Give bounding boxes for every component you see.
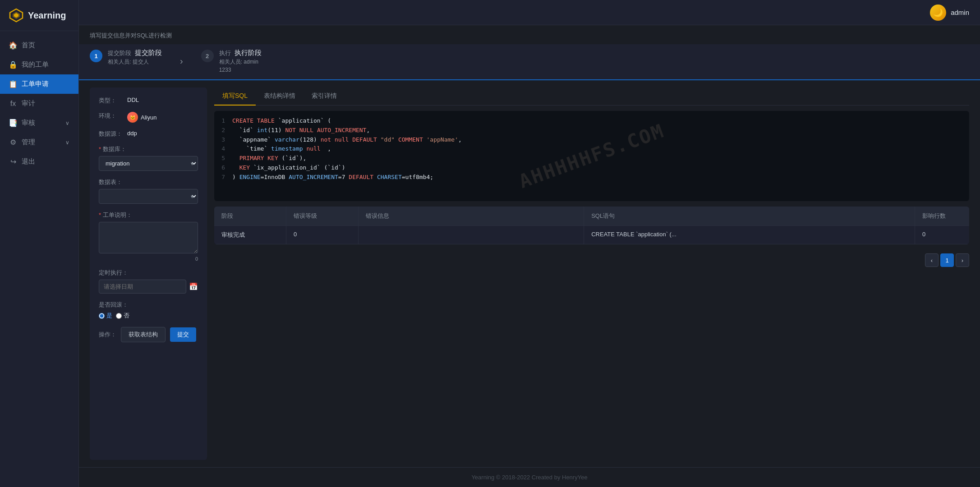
schedule-label: 定时执行：: [99, 269, 198, 277]
submit-button[interactable]: 提交: [170, 327, 196, 342]
get-structure-button[interactable]: 获取表结构: [121, 327, 166, 342]
right-panel: 填写SQL表结构详情索引详情 AHHHHHFS.COM 1 CREATE TAB…: [214, 87, 969, 460]
nav-icon-review: 📑: [9, 119, 17, 127]
nav: 🏠 首页 🔒 我的工单 📋 工单申请 fx 审计 📑 审核 ∨ ⚙ 管理 ∨ ↪…: [0, 31, 78, 487]
rollback-group: 是否回滚： 是 否: [99, 301, 198, 320]
line-code-4: `time` timestamp null ,: [232, 144, 969, 154]
nav-label-my-tasks: 我的工单: [22, 60, 49, 69]
prev-page-button[interactable]: ‹: [925, 253, 939, 267]
step-1-title: 提交阶段: [135, 49, 162, 57]
th-rows: 影响行数: [915, 207, 969, 225]
left-panel: 类型： DDL 环境： 🐱 Aliyun 数据源： ddp: [90, 87, 207, 460]
line-num-4: 4: [214, 144, 232, 154]
sidebar-item-manage[interactable]: ⚙ 管理 ∨: [0, 133, 78, 152]
tab-write-sql[interactable]: 填写SQL: [214, 87, 256, 106]
sidebar-item-my-tasks[interactable]: 🔒 我的工单: [0, 55, 78, 74]
tab-index-detail[interactable]: 索引详情: [304, 87, 345, 106]
page-header: 填写提交信息并对SQL进行检测: [79, 25, 980, 44]
char-count: 0: [99, 256, 198, 262]
table-label: 数据表：: [99, 178, 198, 186]
step-2: 2 执行 执行阶段 相关人员: admin 1233: [201, 49, 262, 73]
th-stage: 阶段: [214, 207, 286, 225]
nav-label-home: 首页: [22, 41, 35, 50]
sidebar-item-logout[interactable]: ↪ 退出: [0, 152, 78, 171]
rollback-no-label[interactable]: 否: [116, 312, 129, 320]
pagination: ‹ 1 ›: [214, 250, 969, 271]
datasource-field: 数据源： ddp: [99, 130, 198, 138]
line-num-5: 5: [214, 154, 232, 163]
td-rows-0: 0: [915, 226, 969, 244]
database-label: 数据库：: [99, 145, 198, 153]
rollback-label: 是否回滚：: [99, 301, 198, 309]
step-1-circle: 1: [90, 50, 102, 62]
user-menu[interactable]: 🌙 admin: [930, 5, 969, 21]
table-group: 数据表：: [99, 178, 198, 204]
th-error-level: 错误等级: [286, 207, 359, 225]
env-label: 环境：: [99, 112, 124, 120]
nav-label-logout: 退出: [22, 157, 35, 166]
actions-row: 操作： 获取表结构 提交: [99, 327, 198, 342]
type-value: DDL: [127, 96, 139, 103]
rollback-yes-radio[interactable]: [99, 313, 105, 319]
database-select[interactable]: migration: [99, 156, 198, 171]
datasource-value: ddp: [127, 130, 137, 137]
sidebar-item-home[interactable]: 🏠 首页: [0, 36, 78, 55]
nav-icon-my-tasks: 🔒: [9, 61, 17, 69]
app-title: Yearning: [28, 10, 66, 21]
td-stage-0: 审核完成: [214, 226, 286, 244]
step-arrow: ›: [180, 56, 183, 66]
rollback-yes-label[interactable]: 是: [99, 312, 112, 320]
th-sql: SQL语句: [584, 207, 915, 225]
tab-table-detail[interactable]: 表结构详情: [256, 87, 304, 106]
schedule-group: 定时执行： 📅: [99, 269, 198, 294]
schedule-input[interactable]: [99, 280, 186, 294]
line-num-3: 3: [214, 135, 232, 145]
sidebar-item-audit[interactable]: fx 审计: [0, 94, 78, 113]
sidebar-item-review[interactable]: 📑 审核 ∨: [0, 113, 78, 133]
code-line-7: 7 ) ENGINE=InnoDB AUTO_INCREMENT=7 DEFAU…: [214, 173, 969, 182]
line-code-3: `appname` varchar(128) not null DEFAULT …: [232, 135, 969, 145]
calendar-icon: 📅: [189, 282, 198, 291]
page-1-button[interactable]: 1: [940, 253, 954, 267]
step-2-title: 执行阶段: [235, 49, 262, 57]
code-line-3: 3 `appname` varchar(128) not null DEFAUL…: [214, 135, 969, 145]
type-field: 类型： DDL: [99, 96, 198, 105]
content-area: 类型： DDL 环境： 🐱 Aliyun 数据源： ddp: [79, 80, 980, 467]
table-header: 阶段错误等级错误信息SQL语句影响行数: [214, 207, 969, 226]
logo-icon: [9, 8, 23, 23]
result-table: 阶段错误等级错误信息SQL语句影响行数 审核完成 0 CREATE TABLE …: [214, 207, 969, 244]
nav-label-audit: 审计: [22, 99, 35, 108]
rollback-no-radio[interactable]: [116, 313, 122, 319]
remark-textarea[interactable]: [99, 222, 198, 253]
code-line-5: 5 PRIMARY KEY (`id`),: [214, 154, 969, 163]
header: 🌙 admin: [79, 0, 980, 25]
remark-group: 工单说明： 0: [99, 211, 198, 262]
tabs-bar: 填写SQL表结构详情索引详情: [214, 87, 969, 106]
database-group: 数据库： migration: [99, 145, 198, 171]
nav-arrow-review: ∨: [65, 120, 69, 126]
remark-label: 工单说明：: [99, 211, 198, 219]
th-error-msg: 错误信息: [359, 207, 584, 225]
step-1: 1 提交阶段 提交阶段 相关人员: 提交人: [90, 49, 162, 66]
nav-label-manage: 管理: [22, 138, 35, 147]
td-error-level-0: 0: [286, 226, 359, 244]
line-code-6: KEY `ix_application_id` (`id`): [232, 163, 969, 173]
sidebar-item-work-order[interactable]: 📋 工单申请: [0, 74, 78, 94]
nav-icon-audit: fx: [9, 100, 17, 108]
code-editor[interactable]: AHHHHHFS.COM 1 CREATE TABLE `application…: [214, 111, 969, 201]
line-code-7: ) ENGINE=InnoDB AUTO_INCREMENT=7 DEFAULT…: [232, 173, 969, 182]
step-1-stage-label: 提交阶段: [108, 49, 131, 57]
line-code-2: `id` int(11) NOT NULL AUTO_INCREMENT,: [232, 126, 969, 135]
footer-text: Yearning © 2018-2022 Created by HenryYee: [471, 474, 587, 481]
datasource-label: 数据源：: [99, 130, 124, 138]
env-value: Aliyun: [141, 114, 156, 121]
main-content: 🌙 admin 填写提交信息并对SQL进行检测 1: [79, 0, 980, 487]
env-field: 环境： 🐱 Aliyun: [99, 112, 198, 123]
code-line-2: 2 `id` int(11) NOT NULL AUTO_INCREMENT,: [214, 126, 969, 135]
nav-arrow-manage: ∨: [65, 139, 69, 146]
line-num-1: 1: [214, 116, 232, 126]
nav-icon-manage: ⚙: [9, 138, 17, 147]
table-select[interactable]: [99, 189, 198, 204]
nav-label-work-order: 工单申请: [22, 80, 49, 88]
next-page-button[interactable]: ›: [956, 253, 969, 267]
